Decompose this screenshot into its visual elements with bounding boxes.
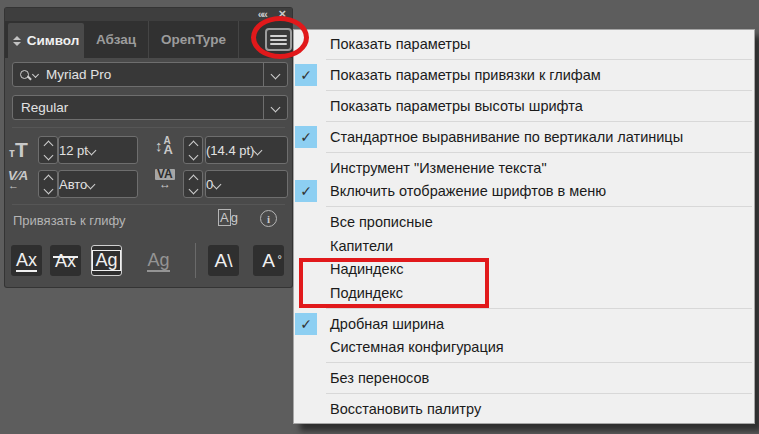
menu-separator (326, 121, 752, 122)
leading-field[interactable]: (14.4 pt) (205, 136, 288, 164)
chevron-down-icon (43, 184, 53, 194)
divider (12, 204, 285, 205)
snap-x-height-button[interactable]: Ax (50, 245, 81, 276)
chevron-down-icon (271, 70, 281, 80)
font-family-field[interactable]: Myriad Pro (12, 62, 288, 87)
panel-flyout-menu: Показать параметры ✓ Показать параметры … (293, 29, 755, 424)
menu-item-no-break[interactable]: Без переносов (294, 367, 754, 391)
menu-separator (326, 362, 752, 363)
font-size-icon: тT (9, 138, 39, 164)
panel-body: Myriad Pro Regular тT 12 pt ↕ AA (14.4 (5, 58, 292, 287)
tracking-stepper[interactable] (183, 170, 203, 198)
menu-item-enable-menu-font-preview[interactable]: ✓ Включить отображение шрифтов в меню (294, 180, 754, 204)
menu-item-all-caps[interactable]: Все прописные (294, 211, 754, 235)
checkmark-icon: ✓ (295, 126, 317, 148)
panel-cycle-icon[interactable] (13, 36, 21, 46)
font-style-field[interactable]: Regular (12, 95, 288, 120)
menu-separator (326, 308, 752, 309)
kerning-stepper[interactable] (38, 170, 58, 198)
tab-opentype[interactable]: OpenType (149, 21, 239, 58)
menu-item-show-snap-options[interactable]: ✓ Показать параметры привязки к глифам (294, 63, 754, 87)
menu-separator (326, 206, 752, 207)
menu-item-small-caps[interactable]: Капители (294, 234, 754, 258)
chevron-down-icon (212, 179, 222, 189)
chevron-down-icon (86, 179, 96, 189)
font-family-value[interactable]: Myriad Pro (38, 67, 263, 82)
snap-glyph-bounds-button[interactable]: Ag (91, 245, 122, 276)
chevron-down-icon (86, 145, 96, 155)
tab-paragraph[interactable]: Абзац (84, 21, 149, 58)
panel-titlebar: «« × (5, 8, 292, 21)
search-icon (20, 70, 29, 79)
font-style-value[interactable]: Regular (13, 100, 263, 115)
kerning-dropdown[interactable] (87, 181, 94, 188)
menu-item-system-layout[interactable]: Системная конфигурация (294, 336, 754, 360)
font-size-stepper[interactable] (38, 136, 58, 164)
collapse-panel-icon[interactable]: «« (258, 8, 266, 21)
snap-disabled-button: Ag (143, 245, 174, 276)
leading-stepper[interactable] (183, 136, 203, 164)
menu-separator (326, 152, 752, 153)
divider (195, 243, 196, 278)
chevron-down-icon (271, 103, 281, 113)
chevron-up-icon (43, 140, 53, 150)
glyph-preview-icon[interactable]: Ag (218, 210, 238, 225)
menu-item-show-font-height-options[interactable]: Показать параметры высоты шрифта (294, 94, 754, 118)
menu-item-reset-panel[interactable]: Восстановить палитру (294, 398, 754, 422)
tracking-field[interactable]: 0 (205, 170, 288, 198)
checkmark-icon: ✓ (295, 180, 317, 202)
menu-separator (326, 59, 752, 60)
menu-separator (326, 393, 752, 394)
chevron-up-icon (43, 174, 53, 184)
menu-item-standard-vertical-roman-alignment[interactable]: ✓ Стандартное выравнивание по вертикали … (294, 125, 754, 149)
snap-angular-guides-button[interactable]: A\ (208, 245, 239, 276)
font-size-dropdown[interactable] (88, 147, 95, 154)
chevron-up-icon (188, 140, 198, 150)
chevron-down-icon (188, 150, 198, 160)
tab-paragraph-label: Абзац (96, 32, 136, 47)
font-size-value[interactable]: 12 pt (59, 143, 88, 158)
chevron-down-icon (188, 184, 198, 194)
kerning-field[interactable]: Авто (58, 170, 138, 198)
leading-dropdown[interactable] (254, 147, 261, 154)
chevron-down-icon (253, 145, 263, 155)
close-panel-icon[interactable]: × (278, 8, 286, 21)
snap-anchor-point-button[interactable]: A° (253, 245, 284, 276)
checkmark-icon: ✓ (295, 64, 317, 86)
menu-item-show-options[interactable]: Показать параметры (294, 32, 754, 56)
snap-to-glyph-label: Привязать к глифу (13, 213, 126, 228)
character-panel: «« × Символ Абзац OpenType Myriad Pro Re… (5, 8, 292, 287)
chevron-up-icon (188, 174, 198, 184)
checkmark-icon: ✓ (295, 313, 317, 335)
leading-icon: ↕ AA (155, 136, 173, 154)
tab-character[interactable]: Символ (8, 23, 84, 58)
snap-baseline-button[interactable]: Ax (11, 245, 42, 276)
leading-value[interactable]: (14.4 pt) (206, 143, 254, 158)
font-style-dropdown[interactable] (263, 96, 287, 119)
tracking-dropdown[interactable] (213, 181, 220, 188)
menu-item-superscript[interactable]: Надиндекс (294, 258, 754, 282)
panel-flyout-menu-button[interactable] (265, 28, 292, 51)
divider (12, 127, 285, 128)
panel-tabstrip: Символ Абзац OpenType (5, 21, 292, 58)
kerning-icon: V∕A ← (8, 170, 28, 189)
kerning-value[interactable]: Авто (59, 177, 87, 192)
menu-item-subscript[interactable]: Подиндекс (294, 281, 754, 305)
menu-item-fractional-widths[interactable]: ✓ Дробная ширина (294, 312, 754, 336)
info-icon[interactable]: i (260, 210, 277, 227)
font-family-dropdown[interactable] (263, 63, 287, 86)
menu-separator (326, 90, 752, 91)
tab-opentype-label: OpenType (161, 32, 226, 47)
tab-character-label: Символ (27, 33, 80, 48)
menu-item-touch-type-tool[interactable]: Инструмент "Изменение текста" (294, 156, 754, 180)
tracking-icon: VA ↔ (155, 169, 175, 189)
chevron-down-icon (43, 150, 53, 160)
font-size-field[interactable]: 12 pt (58, 136, 138, 164)
